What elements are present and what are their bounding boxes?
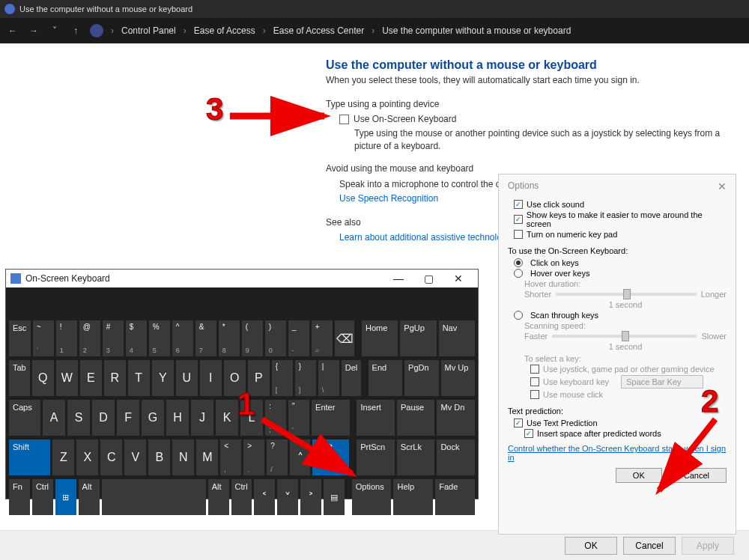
key-m[interactable]: M [196,439,218,475]
osk-minimize-button[interactable]: — [383,273,413,284]
key-z[interactable]: Z [52,439,74,475]
key-1[interactable]: !1 [56,320,77,356]
key-insert[interactable]: Insert [357,400,395,436]
key-mvup[interactable]: Mv Up [441,360,475,396]
scan-slider[interactable] [552,335,697,338]
key-w[interactable]: W [56,360,78,396]
key-b[interactable]: B [148,439,170,475]
options-ok-button[interactable]: OK [616,468,662,483]
text-prediction-checkbox[interactable] [514,419,523,427]
key-a[interactable]: A [43,400,65,436]
key-k[interactable]: K [216,400,238,436]
key-alt-right[interactable]: Alt [208,479,229,515]
key-menu[interactable]: ▤ [324,479,345,515]
key-v[interactable]: V [124,439,146,475]
key-e[interactable]: E [80,360,102,396]
key-`[interactable]: ~` [33,320,54,356]
key-pause[interactable]: Pause [397,400,435,436]
key-scrlk[interactable]: ScrLk [397,439,435,475]
insert-space-checkbox[interactable] [524,429,533,438]
osk-maximize-button[interactable]: ▢ [413,273,443,284]
key-caps[interactable]: Caps [9,400,40,436]
key-h[interactable]: H [166,400,189,436]
hover-slider[interactable] [556,293,697,296]
key-mvdn[interactable]: Mv Dn [437,400,475,436]
key-end[interactable]: End [369,360,402,396]
numpad-checkbox[interactable] [514,230,523,239]
key-punct[interactable]: <, [220,439,241,475]
key-arrow-right[interactable]: ˃ [300,479,321,515]
key-bracket[interactable]: {[ [272,360,293,396]
forward-button[interactable]: → [27,24,40,37]
crumb-ease-center[interactable]: Ease of Access Center [273,25,364,36]
key-9[interactable]: (9 [242,320,263,356]
key-r[interactable]: R [104,360,126,396]
mouse-click-checkbox[interactable] [530,390,539,399]
key-o[interactable]: O [224,360,246,396]
use-onscreen-keyboard-checkbox[interactable] [339,115,349,124]
key-shift-left[interactable]: Shift [9,439,50,475]
key-options[interactable]: Options [352,479,392,515]
key-n[interactable]: N [172,439,194,475]
key-shift-right[interactable]: Shift [312,439,350,475]
key-s[interactable]: S [67,400,90,436]
key-6[interactable]: ^6 [172,320,193,356]
cancel-button[interactable]: Cancel [623,537,676,555]
key-3[interactable]: #3 [103,320,124,356]
key-windows[interactable]: ⊞ [55,479,76,515]
crumb-current[interactable]: Use the computer without a mouse or keyb… [382,25,571,36]
key-punct[interactable]: ?/ [267,439,288,475]
key-y[interactable]: Y [152,360,174,396]
key-pgdn[interactable]: PgDn [404,360,438,396]
key-nav[interactable]: Nav [439,320,475,356]
keyboard-key-checkbox[interactable] [530,377,539,386]
key-del[interactable]: Del [342,360,362,396]
key-u[interactable]: U [176,360,198,396]
key-f[interactable]: F [117,400,139,436]
control-osk-signin-link[interactable]: Control whether the On-Screen Keyboard s… [508,444,727,462]
key-ctrl-left[interactable]: Ctrl [32,479,53,515]
back-button[interactable]: ← [6,24,19,37]
key-8[interactable]: *8 [219,320,240,356]
scan-radio[interactable] [514,311,523,320]
key-7[interactable]: &7 [195,320,216,356]
key-l[interactable]: L [240,400,263,436]
key-fade[interactable]: Fade [435,479,475,515]
key-0[interactable]: )0 [265,320,286,356]
key-arrow-down[interactable]: ˅ [277,479,298,515]
key-=[interactable]: += [312,320,333,356]
key-bracket[interactable]: }] [295,360,316,396]
options-close-button[interactable]: ✕ [718,180,727,192]
key-esc[interactable]: Esc [9,320,31,356]
keyboard-key-combo[interactable]: Space Bar Key [621,375,703,389]
key-fn[interactable]: Fn [9,479,30,515]
key-tab[interactable]: Tab [9,360,30,396]
key-c[interactable]: C [100,439,122,475]
key-space[interactable] [102,479,206,515]
joystick-checkbox[interactable] [530,365,539,374]
key-help[interactable]: Help [393,479,433,515]
osk-close-button[interactable]: ✕ [443,273,473,284]
click-sound-checkbox[interactable] [514,200,523,209]
assistive-tech-link[interactable]: Learn about additional assistive technol… [339,232,518,243]
key-x[interactable]: X [76,439,98,475]
key-alt-left[interactable]: Alt [79,479,100,515]
key-ctrl-right[interactable]: Ctrl [231,479,252,515]
ok-button[interactable]: OK [565,537,617,555]
key-backspace[interactable]: ⌫ [335,320,355,356]
speech-recognition-link[interactable]: Use Speech Recognition [339,193,438,204]
key-i[interactable]: I [200,360,222,396]
key--[interactable]: _- [288,320,309,356]
click-on-keys-radio[interactable] [514,258,523,267]
key-2[interactable]: @2 [79,320,100,356]
key-d[interactable]: D [92,400,115,436]
key-punct[interactable]: >. [243,439,264,475]
hover-radio[interactable] [514,269,523,278]
key-arrow-left[interactable]: ˂ [254,479,275,515]
show-keys-checkbox[interactable] [514,215,523,224]
recent-dropdown[interactable]: ˅ [48,24,61,37]
key-punct[interactable]: "' [288,400,309,436]
crumb-control-panel[interactable]: Control Panel [121,25,176,36]
key-j[interactable]: J [191,400,213,436]
key-prtscn[interactable]: PrtScn [357,439,395,475]
